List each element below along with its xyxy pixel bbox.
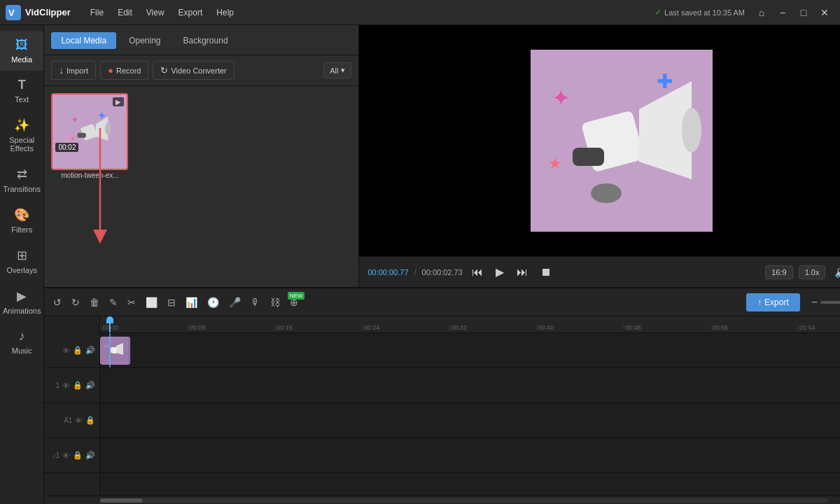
audio-track	[100, 368, 840, 403]
video-track-label: 👁 🔒 🔊	[44, 333, 99, 368]
svg-point-23	[591, 183, 622, 203]
zoom-out-button[interactable]: −	[811, 296, 818, 309]
video-clip[interactable]: m...	[100, 337, 130, 365]
tab-local-media[interactable]: Local Media	[51, 32, 116, 49]
clock-button[interactable]: 🕐	[204, 295, 223, 310]
playhead-track-ext	[109, 333, 111, 368]
zoom-button[interactable]: 1.0x	[799, 265, 826, 279]
sidebar-item-special-effects[interactable]: ✨ Special Effects	[0, 111, 43, 160]
chain-button[interactable]: ⛓	[267, 295, 284, 310]
record-icon: ●	[108, 65, 113, 76]
timeline-tracks: 00:00 00:08 00:16 00:24 00:32 00:40 00:4…	[100, 316, 840, 496]
video-converter-button[interactable]: ↻ Video Converter	[153, 61, 234, 80]
music-track-label: ♪1 👁 🔒 🔊	[44, 438, 99, 473]
stop-button[interactable]: ⏹	[537, 265, 555, 280]
music-lock-icon[interactable]: 🔒	[73, 451, 83, 460]
import-button[interactable]: ↓ Import	[51, 61, 96, 80]
ruler-mark-2: 00:16	[274, 324, 361, 331]
ruler-mark-7: 00:56	[710, 324, 797, 331]
menu-edit[interactable]: Edit	[112, 5, 138, 20]
new-badge-wrapper: ⊕ NEW	[286, 295, 302, 310]
sidebar-item-music[interactable]: ♪ Music	[0, 322, 43, 362]
mic-button[interactable]: 🎤	[225, 295, 244, 310]
sidebar-label-animations: Animations	[3, 307, 41, 315]
titlebar: V VidClipper File Edit View Export Help …	[0, 0, 840, 25]
timeline-scrollbar[interactable]	[44, 496, 840, 504]
music-eye-icon[interactable]: 👁	[62, 451, 70, 460]
sidebar-label-music: Music	[12, 346, 32, 355]
record-button[interactable]: ● Record	[100, 61, 148, 80]
lock-icon[interactable]: 🔒	[73, 346, 83, 355]
svg-text:V: V	[8, 8, 15, 18]
text-eye-icon[interactable]: 👁	[75, 416, 83, 425]
sidebar: 🖼 Media T Text ✨ Special Effects ⇄ Trans…	[0, 25, 44, 504]
minimize-button[interactable]: −	[773, 3, 792, 22]
tab-background[interactable]: Background	[174, 32, 238, 49]
zoom-slider[interactable]	[820, 301, 840, 304]
delete-button[interactable]: 🗑	[86, 295, 103, 310]
svg-rect-27	[111, 347, 117, 354]
sidebar-item-filters[interactable]: 🎨 Filters	[0, 200, 43, 241]
preview-panel: ✦ ✚ ★ ★	[359, 25, 840, 287]
svg-point-21	[682, 108, 701, 153]
aspect-ratio-button[interactable]: 16:9	[765, 265, 792, 279]
sidebar-item-transitions[interactable]: ⇄ Transitions	[0, 160, 43, 200]
home-button[interactable]: ⌂	[752, 3, 771, 22]
sidebar-label-media: Media	[11, 55, 32, 64]
maximize-button[interactable]: □	[794, 3, 813, 22]
menu-export[interactable]: Export	[173, 5, 209, 20]
audio-vol-icon[interactable]: 🔊	[85, 381, 95, 390]
crop-button[interactable]: ⬜	[142, 295, 161, 310]
sidebar-label-overlays: Overlays	[7, 266, 37, 274]
redo-button[interactable]: ↻	[68, 295, 83, 310]
clip-thumb: m...	[101, 337, 129, 365]
music-vol-icon[interactable]: 🔊	[85, 451, 95, 460]
preview-megaphone: ✦ ✚ ★ ★	[531, 50, 713, 232]
cut-button[interactable]: ✂	[124, 295, 139, 310]
tab-opening[interactable]: Opening	[119, 32, 170, 49]
svg-text:✦: ✦	[71, 115, 78, 125]
music-icon: ♪	[19, 329, 25, 344]
window-controls: ⌂ − □ ✕	[752, 3, 834, 22]
export-button[interactable]: ↑ Export	[746, 293, 800, 312]
clip-thumb-svg: m...	[101, 337, 129, 365]
sidebar-item-animations[interactable]: ▶ Animations	[0, 281, 43, 322]
save-check-icon: ✓	[655, 8, 662, 17]
undo-button[interactable]: ↺	[50, 295, 65, 310]
animations-icon: ▶	[17, 288, 27, 304]
menu-help[interactable]: Help	[211, 5, 239, 20]
svg-text:✦: ✦	[552, 85, 570, 111]
eye-icon[interactable]: 👁	[62, 346, 70, 355]
prev-frame-button[interactable]: ⏮	[468, 265, 486, 280]
filter-dropdown[interactable]: All ▾	[323, 62, 351, 78]
scrollbar-thumb[interactable]	[100, 498, 142, 503]
sidebar-item-overlays[interactable]: ⊞ Overlays	[0, 241, 43, 281]
svg-text:★: ★	[70, 135, 76, 142]
audio-lock-icon[interactable]: 🔒	[73, 381, 83, 390]
next-frame-button[interactable]: ⏭	[513, 265, 531, 280]
app-logo: V	[6, 5, 21, 20]
preview-video: ✦ ✚ ★ ★	[531, 50, 713, 232]
split-button[interactable]: ⊟	[164, 295, 179, 310]
sidebar-item-media[interactable]: 🖼 Media	[0, 31, 43, 71]
clip-thumbnail[interactable]: ✦ ✚ ★ ★	[51, 93, 128, 170]
text-lock-icon[interactable]: 🔒	[85, 416, 95, 425]
voice-button[interactable]: 🎙	[247, 295, 264, 310]
chart-button[interactable]: 📊	[182, 295, 201, 310]
timeline-body: 👁 🔒 🔊 1 👁 🔒 🔊 A1 👁	[44, 316, 840, 496]
volume-button[interactable]: 🔊	[831, 264, 840, 280]
play-button[interactable]: ▶	[492, 264, 507, 280]
ruler-mark-6: 00:48	[623, 324, 710, 331]
scrollbar-track[interactable]	[100, 498, 828, 503]
edit-button[interactable]: ✎	[106, 295, 121, 310]
audio-eye-icon[interactable]: 👁	[62, 382, 70, 390]
volume-track-icon[interactable]: 🔊	[85, 346, 95, 355]
sidebar-item-text[interactable]: T Text	[0, 71, 43, 111]
clip-thumbnail-wrapper: ✦ ✚ ★ ★	[51, 93, 128, 179]
clip-duration: 00:02	[55, 143, 78, 152]
text-track-label: A1 👁 🔒	[44, 403, 99, 438]
close-button[interactable]: ✕	[815, 3, 834, 22]
menu-view[interactable]: View	[141, 5, 170, 20]
menu-file[interactable]: File	[85, 5, 109, 20]
export-icon: ↑	[757, 298, 762, 307]
